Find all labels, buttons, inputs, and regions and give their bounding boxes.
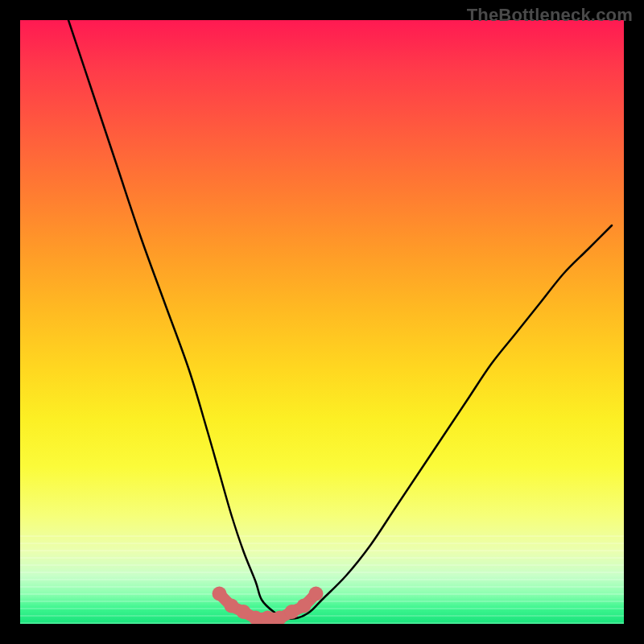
optimal-zone-dot [225,599,239,613]
optimal-zone-dots [213,587,324,625]
optimal-zone-marker [220,594,316,619]
bottom-stripes [20,535,624,624]
optimal-zone-dot [261,611,275,625]
bottleneck-curve [68,20,612,618]
optimal-zone-dot [309,587,324,601]
optimal-zone-dot [285,605,299,619]
optimal-zone-dot [297,599,312,613]
curve-svg [20,20,624,624]
plot-area [20,20,624,624]
chart-frame: TheBottleneck.com [0,0,644,644]
watermark-text: TheBottleneck.com [467,5,633,26]
optimal-zone-dot [213,587,227,601]
optimal-zone-dot [273,611,287,625]
optimal-zone-dot [249,611,263,625]
optimal-zone-dot [237,605,251,619]
